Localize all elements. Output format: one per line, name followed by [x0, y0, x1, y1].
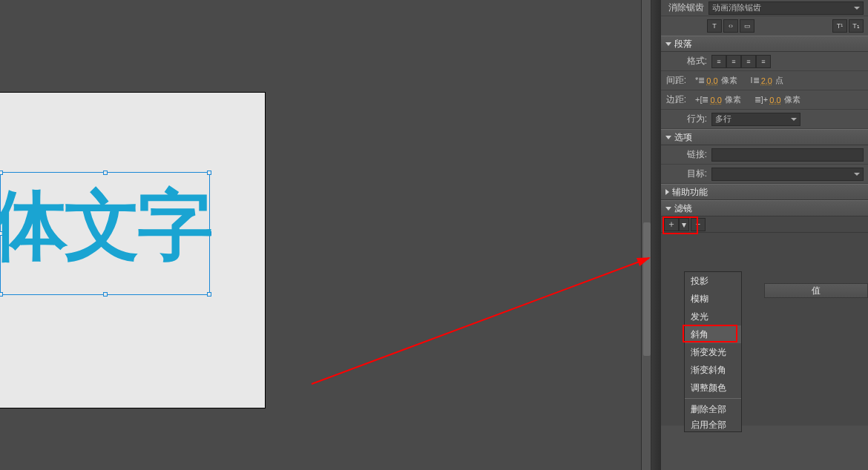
section-paragraph-label: 段落	[674, 38, 692, 50]
bold-icon[interactable]: T	[707, 19, 722, 33]
antialias-dropdown[interactable]: 动画消除锯齿	[708, 1, 864, 15]
link-label: 链接:	[665, 148, 707, 161]
line-spacing-icon: I≣	[751, 76, 760, 85]
chevron-down-icon	[665, 136, 671, 139]
section-paragraph[interactable]: 段落	[661, 36, 868, 52]
align-left-icon[interactable]: ≡	[711, 55, 726, 68]
behavior-dropdown[interactable]: 多行	[711, 113, 800, 126]
margin-right-icon: ≣]+	[754, 95, 768, 105]
format-label: 格式:	[665, 55, 707, 67]
chevrons-icon[interactable]: ‹›	[723, 19, 738, 33]
margin-left-unit: 像素	[725, 94, 741, 105]
filter-menu-enable-all[interactable]: 启用全部	[685, 418, 741, 431]
superscript-icon[interactable]: T¹	[832, 19, 847, 33]
behavior-label: 行为:	[665, 113, 707, 125]
annotation-arrows	[304, 228, 660, 391]
section-options[interactable]: 选项	[661, 129, 868, 145]
stage: 体文字	[0, 92, 266, 408]
margin-right-value[interactable]: 0.0	[769, 96, 780, 105]
filter-menu-shadow[interactable]: 投影	[685, 272, 741, 290]
section-filters-label: 滤镜	[674, 202, 692, 215]
antialias-row: 消除锯齿 动画消除锯齿	[661, 0, 868, 16]
margin-left-icon: +[≣	[695, 95, 708, 105]
filter-menu-glow[interactable]: 发光	[685, 308, 741, 325]
align-justify-icon[interactable]: ≡	[756, 55, 771, 68]
align-right-icon[interactable]: ≡	[741, 55, 756, 68]
filter-menu: 投影 模糊 发光 斜角 渐变发光 渐变斜角 调整颜色 删除全部 启用全部	[684, 271, 742, 432]
indent-value[interactable]: 0.0	[706, 76, 717, 85]
align-center-icon[interactable]: ≡	[726, 55, 741, 68]
filter-toolbar: ＋ ▾ －	[661, 216, 868, 233]
filter-menu-adjust-color[interactable]: 调整颜色	[685, 379, 741, 397]
section-options-label: 选项	[674, 131, 692, 144]
filter-menu-gradient-glow[interactable]: 渐变发光	[685, 343, 741, 361]
resize-handle-ne[interactable]	[207, 171, 211, 175]
line-unit: 点	[775, 75, 783, 86]
filter-value-header: 值	[764, 283, 868, 298]
margin-right-unit: 像素	[784, 94, 800, 105]
antialias-label: 消除锯齿	[665, 1, 704, 14]
section-filters[interactable]: 滤镜	[661, 200, 868, 216]
link-input[interactable]	[711, 148, 864, 162]
spacing-row: 间距: *≣ 0.0 像素 I≣ 2.0 点	[661, 71, 868, 90]
menu-separator	[685, 398, 741, 399]
panel-divider	[651, 0, 660, 470]
resize-handle-se[interactable]	[207, 292, 211, 297]
spacing-label: 间距:	[665, 74, 686, 87]
link-row: 链接:	[661, 145, 868, 165]
line-value[interactable]: 2.0	[761, 76, 772, 85]
section-accessibility-label: 辅助功能	[672, 186, 708, 199]
resize-handle-n[interactable]	[103, 171, 108, 175]
panel-scrollbar-thumb[interactable]	[643, 222, 651, 356]
box-icon[interactable]: ▭	[740, 19, 754, 33]
antialias-value: 动画消除锯齿	[712, 2, 761, 13]
text-selection-box[interactable]: 体文字	[0, 172, 210, 295]
target-dropdown[interactable]	[711, 168, 864, 181]
target-label: 目标:	[665, 168, 707, 180]
filter-menu-bevel[interactable]: 斜角	[685, 325, 741, 343]
format-row: 格式: ≡ ≡ ≡ ≡	[661, 52, 868, 71]
target-row: 目标:	[661, 165, 868, 184]
subscript-icon[interactable]: T₁	[849, 19, 864, 33]
resize-handle-nw[interactable]	[0, 171, 3, 175]
stage-text[interactable]: 体文字	[0, 188, 210, 263]
chevron-down-icon	[665, 42, 671, 46]
margin-row: 边距: +[≣ 0.0 像素 ≣]+ 0.0 像素	[661, 90, 868, 110]
section-accessibility[interactable]: 辅助功能	[661, 184, 868, 200]
resize-handle-s[interactable]	[103, 292, 108, 297]
chevron-right-icon	[665, 189, 669, 195]
margin-left-value[interactable]: 0.0	[710, 96, 721, 105]
add-filter-dropdown-arrow[interactable]: ▾	[679, 218, 689, 231]
chevron-down-icon	[665, 207, 671, 211]
indent-unit: 像素	[721, 75, 737, 86]
remove-filter-button[interactable]: －	[691, 218, 706, 231]
text-format-toolbar: T ‹› ▭ T¹ T₁	[661, 16, 868, 36]
behavior-value: 多行	[715, 113, 731, 125]
panel-scrollbar-track[interactable]	[641, 0, 651, 470]
filter-menu-gradient-bevel[interactable]: 渐变斜角	[685, 361, 741, 379]
indent-icon: *≣	[695, 76, 705, 85]
svg-line-0	[312, 258, 649, 384]
filter-menu-blur[interactable]: 模糊	[685, 290, 741, 308]
margin-label: 边距:	[665, 93, 686, 106]
behavior-row: 行为: 多行	[661, 110, 868, 129]
resize-handle-sw[interactable]	[0, 292, 3, 297]
add-filter-button[interactable]: ＋	[664, 218, 679, 231]
filter-menu-remove-all[interactable]: 删除全部	[685, 400, 741, 418]
